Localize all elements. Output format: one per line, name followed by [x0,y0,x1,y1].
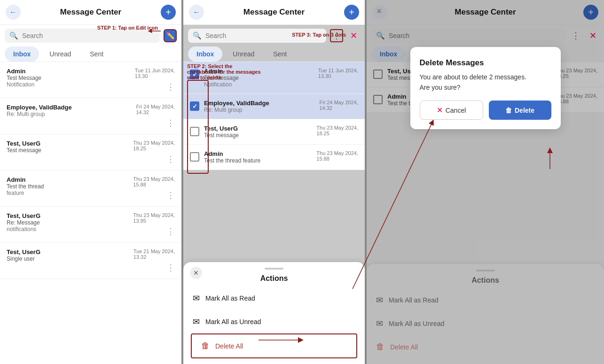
msg-item-2-1[interactable]: Admin Test Message Notification Tue 11 J… [183,62,365,94]
panel-1-header: ← Message Center + [0,0,181,25]
sheet-close-btn-2[interactable]: ✕ [190,267,202,279]
msg-content: Test, UserG Test message [204,125,312,139]
tab-unread-1[interactable]: Unread [41,46,79,62]
delete-btn-label: Delete [515,107,534,114]
msg-dots-btn[interactable]: ⋮ [166,190,175,201]
msg-dots-btn[interactable]: ⋮ [166,154,175,164]
msg-content: Admin Test Message Notification [204,68,314,88]
search-input-2[interactable] [205,32,322,39]
msg-dots-btn[interactable]: ⋮ [166,263,175,273]
checkbox-1[interactable] [190,70,199,79]
msg-dots-btn[interactable]: ⋮ [166,118,175,128]
msg-date: Thu 23 May 2024,13.95 [133,212,175,224]
msg-sender: Admin [7,68,130,75]
msg-item-1-4[interactable]: Admin Test the thread feature Thu 23 May… [0,170,181,207]
search-icon-1: 🔍 [9,31,18,40]
tab-unread-2[interactable]: Unread [224,46,263,62]
add-button-2[interactable]: + [344,5,359,20]
mark-unread-icon-2: ✉ [193,317,200,327]
msg-preview: feature [7,190,128,196]
msg-item-1-6[interactable]: Test, UserG Single user Tue 21 May 2024,… [0,243,181,279]
msg-item-2-2[interactable]: Employee, ValidBadge Re: Multi group Fri… [183,94,365,119]
cancel-label: Cancel [446,107,466,114]
msg-date: Fri 24 May 2024,14.32 [319,100,358,111]
back-button-1[interactable]: ← [6,5,21,20]
panel-3: ← Message Center + 🔍 ⋮ ✕ Inbox Unread Se… [367,0,604,364]
msg-date: Tue 11 Jun 2024,13.30 [135,68,175,79]
msg-date: Thu 23 May 2024,15.88 [316,150,358,162]
panel-2-header: ← Message Center + [183,0,365,25]
checkbox-2[interactable] [190,101,199,111]
tab-sent-2[interactable]: Sent [265,46,295,62]
msg-item-2-3[interactable]: Test, UserG Test message Thu 23 May 2024… [183,119,365,145]
search-bar-2: 🔍 [188,29,326,43]
back-button-2[interactable]: ← [189,5,204,20]
search-input-1[interactable] [22,32,155,39]
mark-all-unread-btn-2[interactable]: ✉ Mark All as Unread [183,310,365,333]
msg-sender: Employee, ValidBadge [204,100,314,107]
msg-meta: Fri 24 May 2024,14.32 ⋮ [136,104,175,128]
msg-sender: Test, UserG [7,212,128,219]
delete-dialog: Delete Messages You are about to delete … [410,47,561,129]
msg-subject: Test Message [204,75,314,81]
msg-meta: Tue 11 Jun 2024,13.30 [318,68,358,79]
cancel-button[interactable]: ✕ Cancel [420,101,483,120]
msg-date: Thu 23 May 2024,15.88 [133,176,175,187]
delete-button[interactable]: 🗑 Delete [489,101,551,120]
msg-date: Thu 23 May 2024,18.25 [316,125,358,136]
msg-meta: Thu 23 May 2024,15.88 ⋮ [133,176,175,201]
msg-content: Admin Test the thread feature [7,176,128,196]
tabs-2: Inbox Unread Sent [183,46,365,62]
mark-all-read-label-2: Mark All as Read [205,294,255,302]
msg-sender: Employee, ValidBadge [7,104,131,111]
msg-item-1-3[interactable]: Test, UserG Test message Thu 23 May 2024… [0,134,181,170]
msg-item-2-4[interactable]: Admin Test the thread feature Thu 23 May… [183,145,365,170]
mark-all-read-btn-2[interactable]: ✉ Mark All as Read [183,287,365,310]
actions-sheet-2: ✕ Actions ✉ Mark All as Read ✉ Mark All … [183,262,365,364]
msg-dots-btn[interactable]: ⋮ [166,226,175,237]
msg-preview: Re: Multi group [204,107,314,113]
dialog-question: Are you sure? [420,84,551,91]
search-icon-2: 🔍 [193,31,202,40]
msg-item-1-1[interactable]: Admin Test Message Notification Tue 11 J… [0,62,181,98]
cancel-icon: ✕ [437,106,443,115]
msg-item-1-2[interactable]: Employee, ValidBadge Re: Multi group Fri… [0,98,181,134]
msg-dots-btn[interactable]: ⋮ [166,82,175,92]
msg-content: Test, UserG Test message [7,140,128,154]
msg-date: Fri 24 May 2024,14.32 [136,104,175,115]
msg-content: Test, UserG Re: Message notifications [7,212,128,232]
msg-meta: Thu 23 May 2024,15.88 [316,150,358,162]
delete-all-label-2: Delete All [215,342,243,350]
checkbox-3[interactable] [190,127,199,136]
panel-1: ← Message Center + 🔍 ✏️ STEP 1: Tap on E… [0,0,183,364]
msg-subject: Re: Message [7,219,128,226]
close-button-2[interactable]: ✕ [347,29,360,42]
more-button-2[interactable]: ⋮ [330,29,343,42]
search-bar-1: 🔍 [5,29,160,43]
edit-icon-button[interactable]: ✏️ [164,29,177,42]
msg-content: Admin Test Message Notification [7,68,130,88]
msg-sender: Test, UserG [7,248,129,256]
msg-date: Tue 11 Jun 2024,13.30 [318,68,358,79]
msg-content: Test, UserG Single user [7,248,129,262]
tab-inbox-2[interactable]: Inbox [188,46,222,62]
msg-content: Employee, ValidBadge Re: Multi group [7,104,131,117]
msg-item-1-5[interactable]: Test, UserG Re: Message notifications Th… [0,207,181,243]
add-button-1[interactable]: + [161,5,176,20]
tab-sent-1[interactable]: Sent [81,46,112,62]
msg-meta: Tue 21 May 2024,13.32 ⋮ [133,248,175,273]
mark-all-unread-label-2: Mark All as Unread [205,318,261,325]
msg-preview: Notification [204,81,314,88]
msg-meta: Fri 24 May 2024,14.32 [319,100,358,111]
tabs-1: Inbox Unread Sent [0,46,181,62]
checkbox-4[interactable] [190,152,199,162]
panel-1-title: Message Center [60,8,121,17]
msg-subject: Test the thread [7,183,128,190]
msg-sender: Test, UserG [204,125,312,132]
delete-all-btn-2[interactable]: 🗑 Delete All [192,334,356,357]
msg-subject: Test message [7,147,128,154]
sheet-title-2: Actions [183,274,365,283]
tab-inbox-1[interactable]: Inbox [5,46,39,62]
msg-sender: Admin [7,176,128,183]
msg-sender: Admin [204,68,314,75]
